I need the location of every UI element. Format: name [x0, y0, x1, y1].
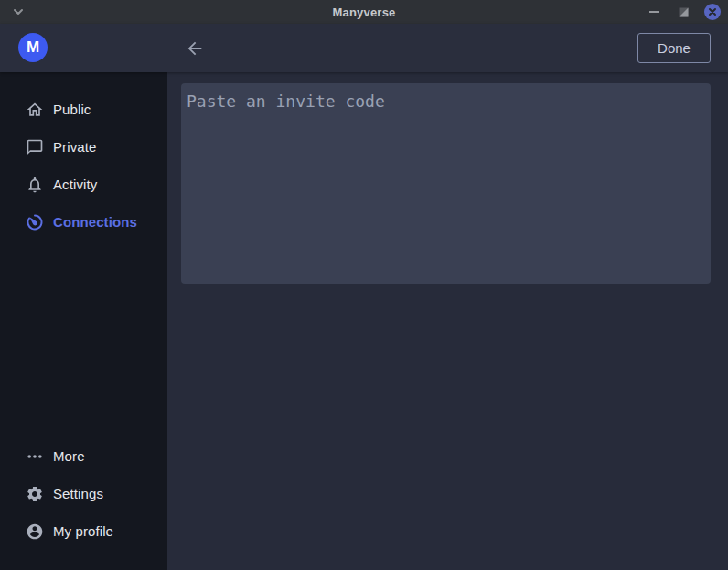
- ellipsis-icon: [26, 447, 44, 466]
- titlebar: Manyverse: [0, 0, 728, 24]
- close-button[interactable]: [704, 4, 721, 20]
- sidebar-item-more[interactable]: More: [0, 437, 167, 475]
- sidebar-item-settings[interactable]: Settings: [0, 475, 167, 512]
- sidebar-main-items: Public Private Activity: [0, 72, 167, 241]
- sidebar-footer-items: More Settings My profile: [0, 437, 167, 550]
- sidebar-item-label: More: [53, 448, 85, 464]
- back-button[interactable]: [184, 38, 206, 59]
- gear-icon: [26, 485, 44, 503]
- window-controls: [646, 0, 721, 24]
- done-button[interactable]: Done: [637, 33, 711, 63]
- maximize-button[interactable]: [675, 4, 691, 20]
- topbar: M Done: [0, 24, 728, 72]
- sidebar-item-label: Settings: [53, 486, 103, 501]
- home-icon: [26, 101, 44, 119]
- close-icon: [708, 7, 717, 16]
- message-icon: [26, 138, 44, 156]
- app-window: Manyverse M Done: [0, 0, 728, 570]
- sidebar-item-label: Connections: [53, 214, 137, 230]
- sidebar-item-label: Activity: [53, 177, 97, 192]
- sidebar-item-connections[interactable]: Connections: [0, 203, 167, 241]
- person-icon: [26, 522, 44, 541]
- sidebar-item-activity[interactable]: Activity: [0, 166, 167, 203]
- sidebar: Public Private Activity: [0, 72, 167, 570]
- maximize-icon: [679, 7, 689, 17]
- chevron-down-icon[interactable]: [11, 5, 26, 19]
- bell-icon: [26, 176, 44, 194]
- arrow-back-icon: [185, 38, 205, 59]
- sidebar-item-label: Private: [53, 139, 96, 155]
- manyverse-logo: M: [18, 33, 48, 62]
- sidebar-item-public[interactable]: Public: [0, 91, 167, 128]
- sidebar-item-my-profile[interactable]: My profile: [0, 512, 167, 550]
- logo-letter: M: [27, 38, 39, 57]
- invite-code-input[interactable]: [181, 83, 711, 284]
- window-title: Manyverse: [0, 5, 728, 19]
- dial-icon: [26, 213, 44, 231]
- sidebar-item-label: My profile: [53, 523, 113, 539]
- minimize-button[interactable]: [646, 4, 662, 20]
- minimize-icon: [649, 11, 659, 13]
- main-content: [167, 72, 728, 570]
- sidebar-item-label: Public: [53, 102, 91, 117]
- sidebar-item-private[interactable]: Private: [0, 128, 167, 166]
